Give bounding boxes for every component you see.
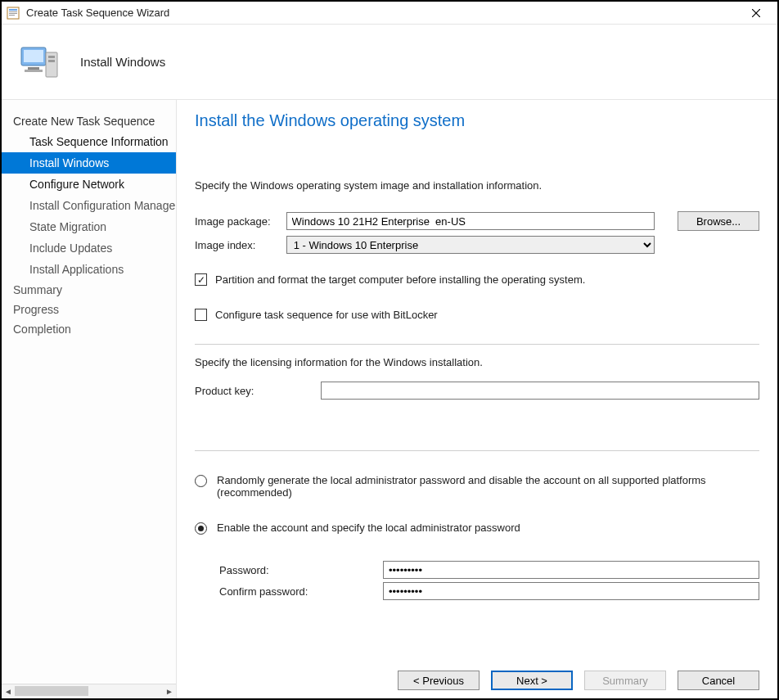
password-input[interactable] <box>383 561 759 579</box>
separator-1 <box>195 344 759 345</box>
image-package-input[interactable] <box>286 212 655 230</box>
scroll-left-icon[interactable]: ◄ <box>2 684 15 698</box>
sidebar-item-progress[interactable]: Progress <box>2 300 176 319</box>
content: Install the Windows operating system Spe… <box>177 100 777 698</box>
confirm-password-label: Confirm password: <box>219 585 383 598</box>
bitlocker-label: Configure task sequence for use with Bit… <box>215 309 438 321</box>
svg-rect-10 <box>25 70 43 72</box>
image-package-label: Image package: <box>195 215 286 228</box>
sidebar-heading: Create New Task Sequence <box>2 111 176 131</box>
bitlocker-checkbox-row[interactable]: Configure task sequence for use with Bit… <box>195 309 759 321</box>
radio-enable-row[interactable]: Enable the account and specify the local… <box>195 522 759 535</box>
scroll-thumb[interactable] <box>15 686 88 696</box>
wizard-window: Create Task Sequence Wizard Install Wind… <box>0 0 779 700</box>
app-icon <box>7 7 20 20</box>
svg-rect-1 <box>9 9 17 11</box>
svg-rect-13 <box>48 60 55 62</box>
cancel-button[interactable]: Cancel <box>678 671 759 690</box>
svg-rect-8 <box>24 50 43 62</box>
radio-random[interactable] <box>195 475 207 487</box>
svg-rect-3 <box>9 13 17 14</box>
close-button[interactable] <box>740 2 772 24</box>
separator-2 <box>195 450 759 451</box>
wizard-icon <box>16 39 62 85</box>
body: Create New Task Sequence Task Sequence I… <box>2 100 777 698</box>
previous-button[interactable]: < Previous <box>398 671 480 690</box>
password-label: Password: <box>219 564 383 576</box>
page-title: Install the Windows operating system <box>195 111 759 130</box>
sidebar-item-configure-network[interactable]: Configure Network <box>2 174 176 195</box>
sidebar-item-install-config-manager[interactable]: Install Configuration Manager <box>2 195 176 216</box>
radio-enable[interactable] <box>195 522 207 535</box>
sidebar-item-state-migration[interactable]: State Migration <box>2 216 176 237</box>
sidebar-item-completion[interactable]: Completion <box>2 319 176 339</box>
image-index-label: Image index: <box>195 239 286 251</box>
licensing-text: Specify the licensing information for th… <box>195 356 759 368</box>
product-key-input[interactable] <box>321 382 759 400</box>
intro-text: Specify the Windows operating system ima… <box>195 179 759 192</box>
header-band: Install Windows <box>2 25 777 100</box>
summary-button: Summary <box>584 671 666 690</box>
partition-checkbox[interactable] <box>195 273 207 286</box>
partition-checkbox-row[interactable]: Partition and format the target computer… <box>195 273 759 286</box>
scroll-right-icon[interactable]: ► <box>163 684 176 698</box>
window-title: Create Task Sequence Wizard <box>26 7 740 19</box>
svg-rect-2 <box>9 11 17 12</box>
radio-random-row[interactable]: Randomly generate the local administrato… <box>195 474 759 499</box>
sidebar: Create New Task Sequence Task Sequence I… <box>2 100 177 698</box>
header-title: Install Windows <box>80 55 165 69</box>
footer-buttons: < Previous Next > Summary Cancel <box>195 643 759 690</box>
titlebar: Create Task Sequence Wizard <box>2 2 777 25</box>
image-index-select[interactable]: 1 - Windows 10 Enterprise <box>286 236 655 254</box>
next-button[interactable]: Next > <box>491 671 573 690</box>
svg-rect-4 <box>9 15 15 16</box>
svg-rect-12 <box>48 56 55 58</box>
radio-random-label: Randomly generate the local administrato… <box>217 474 724 499</box>
scroll-track[interactable] <box>15 684 163 698</box>
product-key-label: Product key: <box>195 385 321 397</box>
sidebar-item-summary[interactable]: Summary <box>2 280 176 300</box>
sidebar-item-install-windows[interactable]: Install Windows <box>2 152 176 174</box>
close-icon <box>752 9 760 17</box>
sidebar-scrollbar[interactable]: ◄ ► <box>2 684 176 698</box>
radio-enable-label: Enable the account and specify the local… <box>217 522 520 534</box>
confirm-password-input[interactable] <box>383 582 759 600</box>
sidebar-item-task-sequence-information[interactable]: Task Sequence Information <box>2 131 176 152</box>
partition-label: Partition and format the target computer… <box>215 273 585 286</box>
bitlocker-checkbox[interactable] <box>195 309 207 321</box>
browse-button[interactable]: Browse... <box>678 211 759 231</box>
svg-rect-9 <box>28 67 39 70</box>
sidebar-item-include-updates[interactable]: Include Updates <box>2 237 176 259</box>
sidebar-item-install-applications[interactable]: Install Applications <box>2 259 176 280</box>
